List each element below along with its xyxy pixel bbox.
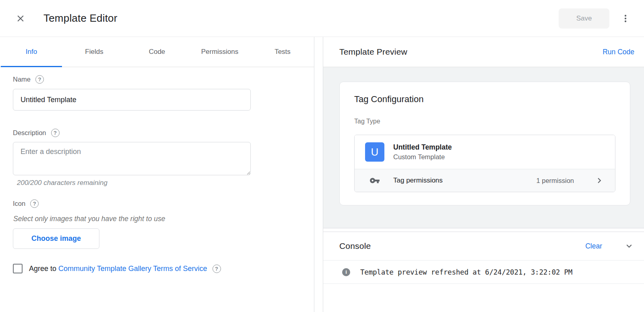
- template-letter-icon: U: [365, 142, 384, 162]
- tag-type-row: U Untitled Template Custom Template: [355, 135, 615, 169]
- save-button[interactable]: Save: [559, 8, 609, 29]
- console-section: Console Clear i Template preview refresh…: [323, 232, 644, 312]
- info-form: Name ? Description ? 200/200 characters …: [0, 67, 314, 312]
- template-preview-title: Template Preview: [339, 47, 407, 57]
- description-label: Description: [13, 129, 46, 137]
- run-code-button[interactable]: Run Code: [603, 48, 634, 56]
- template-preview-header: Template Preview Run Code: [323, 37, 644, 67]
- console-collapse-button[interactable]: [624, 241, 634, 251]
- tab-info[interactable]: Info: [0, 37, 63, 67]
- console-log-row: i Template preview refreshed at 6/24/202…: [323, 261, 644, 284]
- agree-prefix: Agree to: [29, 265, 58, 273]
- tag-permissions-label: Tag permissions: [393, 177, 536, 185]
- description-help-icon[interactable]: ?: [51, 129, 60, 137]
- tab-permissions[interactable]: Permissions: [188, 37, 251, 67]
- template-editor-window: Template Editor Save Info Fields Code Pe…: [0, 0, 644, 312]
- name-input[interactable]: [13, 89, 251, 111]
- name-label: Name: [13, 76, 31, 83]
- editor-panel: Info Fields Code Permissions Tests Name …: [0, 37, 314, 312]
- agree-row: Agree to Community Template Gallery Term…: [13, 264, 301, 273]
- preview-area: Tag Configuration Tag Type U Untitled Te…: [323, 67, 644, 228]
- console-title: Console: [339, 241, 585, 251]
- icon-usage-note: Select only images that you have the rig…: [13, 215, 301, 223]
- tab-code[interactable]: Code: [126, 37, 188, 67]
- tab-fields[interactable]: Fields: [63, 37, 126, 67]
- tag-name: Untitled Template: [393, 143, 452, 152]
- agree-label: Agree to Community Template Gallery Term…: [29, 265, 207, 273]
- preview-panel: Template Preview Run Code Tag Configurat…: [323, 37, 644, 312]
- tag-subtitle: Custom Template: [393, 153, 452, 161]
- chevron-right-icon: [594, 175, 605, 186]
- name-label-row: Name ?: [13, 75, 301, 84]
- permission-count: 1 permission: [536, 177, 574, 185]
- icon-label: Icon: [13, 200, 25, 207]
- choose-image-button[interactable]: Choose image: [13, 228, 99, 249]
- tag-type-label: Tag Type: [354, 118, 615, 125]
- icon-label-row: Icon ?: [13, 199, 301, 208]
- agree-help-icon[interactable]: ?: [213, 265, 221, 273]
- terms-of-service-link[interactable]: Community Template Gallery Terms of Serv…: [58, 265, 207, 273]
- tag-titles: Untitled Template Custom Template: [393, 143, 452, 161]
- kebab-menu-icon: [621, 14, 630, 23]
- description-textarea[interactable]: [13, 142, 251, 175]
- name-help-icon[interactable]: ?: [35, 75, 44, 84]
- chevron-slot: [594, 175, 605, 186]
- close-icon: [15, 13, 26, 24]
- horizontal-splitter[interactable]: [323, 228, 644, 232]
- more-options-button[interactable]: [617, 10, 634, 27]
- characters-remaining-text: 200/200 characters remaining: [13, 179, 301, 187]
- icon-help-icon[interactable]: ?: [30, 199, 39, 208]
- main-split: Info Fields Code Permissions Tests Name …: [0, 37, 644, 312]
- editor-tabs: Info Fields Code Permissions Tests: [0, 37, 314, 67]
- console-clear-button[interactable]: Clear: [585, 242, 602, 250]
- tag-configuration-title: Tag Configuration: [354, 94, 615, 105]
- description-label-row: Description ?: [13, 129, 301, 137]
- top-bar: Template Editor Save: [0, 0, 644, 37]
- tag-permissions-row[interactable]: Tag permissions 1 permission: [355, 169, 615, 192]
- key-slot: [365, 175, 384, 186]
- console-empty-area: [323, 284, 644, 312]
- key-icon: [369, 175, 380, 186]
- agree-checkbox[interactable]: [13, 264, 23, 273]
- page-title: Template Editor: [43, 12, 118, 25]
- info-icon: i: [342, 268, 350, 276]
- chevron-down-icon: [624, 241, 634, 251]
- tag-configuration-card: Tag Configuration Tag Type U Untitled Te…: [339, 82, 630, 205]
- vertical-splitter[interactable]: [314, 37, 323, 312]
- tag-type-box: U Untitled Template Custom Template Tag …: [354, 135, 615, 192]
- close-button[interactable]: [15, 13, 26, 24]
- console-header: Console Clear: [323, 232, 644, 261]
- console-message: Template preview refreshed at 6/24/2021,…: [360, 268, 572, 276]
- tab-tests[interactable]: Tests: [251, 37, 314, 67]
